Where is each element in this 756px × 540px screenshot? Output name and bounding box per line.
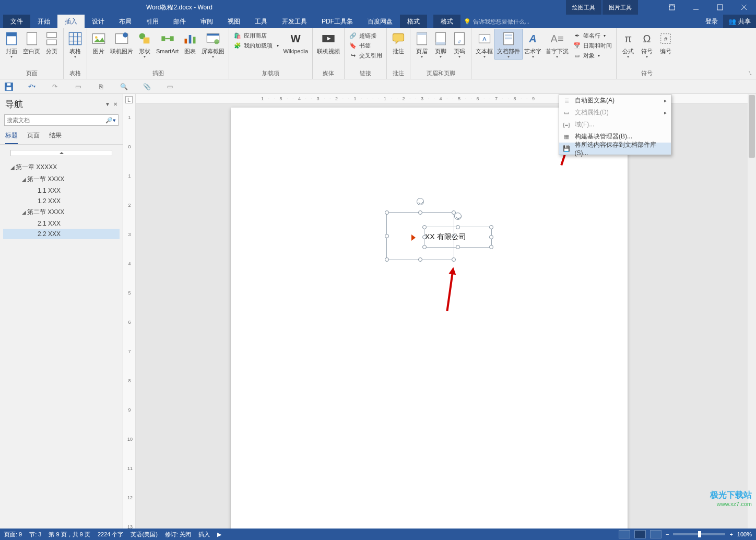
my-addins-button[interactable]: 🧩我的加载项▾ xyxy=(233,41,279,50)
navigation-search[interactable]: 🔎▾ xyxy=(4,114,119,126)
nav-tree-item[interactable]: ◢第一章 XXXXX xyxy=(3,161,120,173)
document-viewport[interactable]: 1 · · 5 · · 4 · · 3 · · 2 · · 1 · · · · … xyxy=(136,94,756,529)
wordart-button[interactable]: A艺术字▾ xyxy=(522,29,544,59)
blank-page-button[interactable]: 空白页 xyxy=(21,29,42,55)
rotate-handle[interactable] xyxy=(454,213,462,220)
status-words[interactable]: 2224 个字 xyxy=(98,531,124,538)
menu-field[interactable]: {=}域(F)... xyxy=(559,119,671,131)
share-button[interactable]: 👥 共享 xyxy=(723,15,756,28)
equation-button[interactable]: π公式▾ xyxy=(619,29,637,59)
nav-tree-item[interactable]: 2.1 XXX xyxy=(3,218,120,229)
zoom-slider-thumb[interactable] xyxy=(698,531,701,537)
menu-docproperty[interactable]: ▭文档属性(D)▸ xyxy=(559,107,671,119)
tab-layout[interactable]: 布局 xyxy=(112,15,139,28)
smartart-button[interactable]: SmartArt xyxy=(154,29,181,55)
company-text[interactable]: XX 有限公司 xyxy=(425,232,466,242)
tab-picture-format[interactable]: 格式 xyxy=(433,15,460,28)
search-icon[interactable]: 🔎▾ xyxy=(105,117,116,124)
close-button[interactable] xyxy=(732,0,756,15)
zoom-slider[interactable] xyxy=(673,533,725,535)
resize-handle[interactable] xyxy=(456,225,460,229)
status-section[interactable]: 节: 3 xyxy=(29,531,41,538)
status-track[interactable]: 修订: 关闭 xyxy=(165,531,191,538)
tab-file[interactable]: 文件 xyxy=(3,15,30,28)
tab-mailings[interactable]: 邮件 xyxy=(166,15,193,28)
undo-button[interactable]: ↶▾ xyxy=(27,82,37,91)
menu-save-to-gallery[interactable]: 💾将所选内容保存到文档部件库(S)... xyxy=(559,143,671,155)
tab-developer[interactable]: 开发工具 xyxy=(275,15,314,28)
nav-dropdown-button[interactable]: ▼ xyxy=(105,101,110,107)
redo-button[interactable]: ↷ xyxy=(50,82,60,91)
tab-drawing-format[interactable]: 格式 xyxy=(400,15,427,28)
vertical-scrollbar[interactable] xyxy=(748,94,756,529)
tab-view[interactable]: 视图 xyxy=(220,15,247,28)
status-macro-icon[interactable]: ▶ xyxy=(217,531,221,538)
number-button[interactable]: #编号 xyxy=(656,29,675,55)
resize-handle[interactable] xyxy=(452,257,456,262)
page-break-button[interactable]: 分页 xyxy=(42,29,61,55)
resize-handle[interactable] xyxy=(489,245,493,249)
resize-handle[interactable] xyxy=(385,210,389,215)
zoom-in-button[interactable]: + xyxy=(729,531,733,537)
nav-jump-bar[interactable] xyxy=(10,150,112,156)
online-video-button[interactable]: 联机视频 xyxy=(315,29,342,55)
sign-in-button[interactable]: 登录 xyxy=(700,15,723,28)
resize-handle[interactable] xyxy=(418,210,422,215)
page-number-button[interactable]: #页码▾ xyxy=(450,29,469,59)
header-button[interactable]: 页眉▾ xyxy=(412,29,431,59)
tab-pdf-tools[interactable]: PDF工具集 xyxy=(314,15,360,28)
maximize-button[interactable] xyxy=(708,0,732,15)
nav-tree-item[interactable]: 1.1 XXX xyxy=(3,185,120,196)
wikipedia-button[interactable]: WWikipedia xyxy=(281,29,310,55)
collapse-ribbon-button[interactable]: ㄟ xyxy=(748,69,753,77)
status-language[interactable]: 英语(美国) xyxy=(131,531,157,538)
resize-handle[interactable] xyxy=(489,235,493,239)
resize-handle[interactable] xyxy=(422,225,427,229)
status-mode[interactable]: 插入 xyxy=(198,531,210,538)
rotate-handle[interactable] xyxy=(417,198,424,205)
scrollbar-thumb[interactable] xyxy=(749,95,755,158)
nav-close-button[interactable]: ✕ xyxy=(113,101,117,107)
nav-tree-item[interactable]: 2.2 XXX xyxy=(3,229,120,239)
nav-tab-results[interactable]: 结果 xyxy=(49,131,62,144)
symbol-button[interactable]: Ω符号▾ xyxy=(637,29,656,59)
table-button[interactable]: 表格▾ xyxy=(66,29,85,59)
hyperlink-button[interactable]: 🔗超链接 xyxy=(349,31,382,40)
quick-parts-button[interactable]: 文档部件▾ xyxy=(495,29,522,59)
zoom-level[interactable]: 100% xyxy=(737,531,752,537)
tab-home[interactable]: 开始 xyxy=(30,15,57,28)
tell-me-search[interactable]: 💡 告诉我您想要做什么... xyxy=(460,15,700,28)
date-time-button[interactable]: 📅日期和时间 xyxy=(573,41,612,50)
shapes-button[interactable]: 形状▾ xyxy=(135,29,154,59)
resize-handle[interactable] xyxy=(422,245,427,249)
store-button[interactable]: 🛍️应用商店 xyxy=(233,31,279,40)
screenshot-button[interactable]: 屏幕截图▾ xyxy=(199,29,227,59)
page[interactable]: XX 有限公司 xyxy=(231,108,628,529)
tab-references[interactable]: 引用 xyxy=(139,15,166,28)
contextual-tab-picture-tools[interactable]: 图片工具 xyxy=(603,0,638,15)
nav-tree-item[interactable]: ◢第二节 XXXX xyxy=(3,206,120,218)
qat-btn-6[interactable]: 🔍 xyxy=(119,82,128,91)
view-print-layout[interactable] xyxy=(634,530,646,538)
office-logo-icon[interactable] xyxy=(409,233,418,242)
comment-button[interactable]: 批注 xyxy=(389,29,408,55)
resize-handle[interactable] xyxy=(456,245,460,249)
view-read-mode[interactable] xyxy=(619,530,630,538)
nav-tab-headings[interactable]: 标题 xyxy=(5,131,18,144)
resize-handle[interactable] xyxy=(489,225,493,229)
minimize-button[interactable] xyxy=(684,0,708,15)
tab-insert[interactable]: 插入 xyxy=(57,15,85,28)
qat-btn-5[interactable]: ⎘ xyxy=(96,82,105,91)
resize-handle[interactable] xyxy=(385,234,389,238)
resize-handle[interactable] xyxy=(385,257,389,262)
drop-cap-button[interactable]: A≡首字下沉▾ xyxy=(544,29,571,59)
tab-design[interactable]: 设计 xyxy=(85,15,112,28)
qat-btn-8[interactable]: ▭ xyxy=(165,82,174,91)
menu-autotext[interactable]: ≣自动图文集(A)▸ xyxy=(559,95,671,107)
status-page[interactable]: 页面: 9 xyxy=(4,531,22,538)
footer-button[interactable]: 页脚▾ xyxy=(431,29,450,59)
status-pageof[interactable]: 第 9 页，共 9 页 xyxy=(49,531,90,538)
contextual-tab-drawing-tools[interactable]: 绘图工具 xyxy=(566,0,601,15)
cover-page-button[interactable]: 封面▾ xyxy=(2,29,21,59)
chart-button[interactable]: 图表 xyxy=(181,29,199,55)
